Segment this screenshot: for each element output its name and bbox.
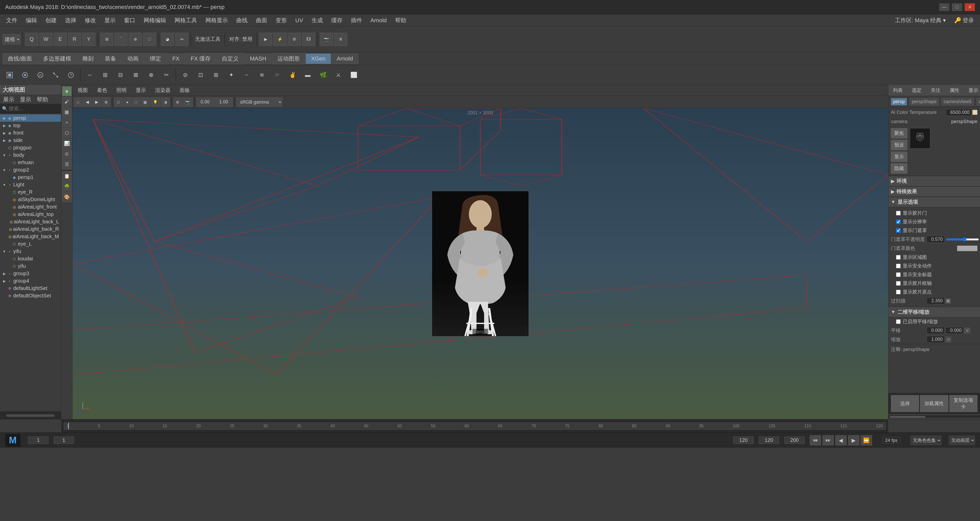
- move-tool[interactable]: W: [39, 33, 52, 46]
- outliner-menu-display[interactable]: 显示: [18, 95, 33, 104]
- tree-item-persp1[interactable]: ◉ persp1: [0, 174, 61, 181]
- delete-edge[interactable]: ✂: [159, 68, 173, 82]
- tree-item-eyeL[interactable]: ⬡ eye_L: [0, 240, 61, 248]
- tab-fx[interactable]: FX: [167, 54, 185, 64]
- frame-start-input[interactable]: [28, 437, 48, 444]
- vp-menu-panels[interactable]: 面板: [177, 86, 192, 94]
- attr-editor-btn[interactable]: 📋: [62, 171, 72, 181]
- attr-tab-attrs[interactable]: 属性: [948, 86, 961, 94]
- tab-curves-surfaces[interactable]: 曲线/曲面: [3, 53, 37, 64]
- soft-select[interactable]: ◕: [161, 33, 174, 46]
- tree-item-koudai[interactable]: ⬡ koudai: [0, 255, 61, 263]
- show-safe-title-cb[interactable]: [896, 272, 900, 277]
- grab-tool[interactable]: ☞: [270, 68, 284, 82]
- color-set-select[interactable]: 无角色色集: [911, 436, 941, 445]
- step-back-btn[interactable]: ⏭: [822, 435, 834, 445]
- move-vertex[interactable]: ↔: [83, 68, 97, 82]
- vp-menu-renderer[interactable]: 渲染器: [153, 86, 173, 94]
- render-settings-btn[interactable]: 🎨: [62, 192, 72, 202]
- last-tool[interactable]: Y: [82, 33, 95, 46]
- snap-surface[interactable]: □: [143, 33, 156, 46]
- tab-mash[interactable]: MASH: [245, 54, 272, 64]
- menu-window[interactable]: 窗口: [121, 16, 139, 25]
- offset-edge-loop[interactable]: ⊞: [209, 68, 223, 82]
- flatten-tool[interactable]: ▬: [301, 68, 315, 82]
- sculpt-tool[interactable]: ✦: [224, 68, 239, 82]
- viewport-canvas[interactable]: 2001 × 3000: [73, 108, 888, 419]
- outliner-menu-expand[interactable]: 展示: [2, 95, 16, 104]
- menu-modify[interactable]: 修改: [81, 16, 100, 25]
- tree-item-top[interactable]: ▶ ◉ top: [0, 122, 61, 129]
- tree-item-arealight-front[interactable]: ◎ aiAreaLight_front: [0, 203, 61, 210]
- smooth-tool[interactable]: ~: [239, 68, 254, 82]
- bevel[interactable]: ⊟: [113, 68, 127, 82]
- snap-curve[interactable]: ⌒: [115, 33, 127, 46]
- vp-shadow[interactable]: ◑: [161, 97, 170, 107]
- pan-x-input[interactable]: [927, 327, 945, 334]
- attr-tab-selected[interactable]: 选定: [910, 86, 924, 94]
- menu-generate[interactable]: 生成: [308, 16, 326, 25]
- tree-item-skydome[interactable]: ◎ aiSkyDomeLight: [0, 196, 61, 203]
- time-slider-inner[interactable]: 1 5 10 15 20 25 30 35 40 45 50 55 60 65 …: [64, 422, 886, 430]
- vp-home[interactable]: ⌂: [74, 97, 82, 107]
- tree-item-arealight-backL[interactable]: ◎ aiAreaLight_back_L: [0, 218, 61, 225]
- menu-curves[interactable]: 曲线: [233, 16, 251, 25]
- vp-smooth[interactable]: ●: [124, 97, 131, 107]
- nav-cameraView6[interactable]: cameraView6: [977, 98, 980, 105]
- node-editor-btn[interactable]: ⚬: [62, 118, 72, 127]
- nav-persp[interactable]: persp: [891, 98, 907, 105]
- knife-tool[interactable]: ⚔: [331, 68, 345, 82]
- outliner-scrollbar-area[interactable]: [0, 411, 61, 419]
- gate-color-swatch[interactable]: [957, 245, 977, 251]
- foliage-tool[interactable]: 🌿: [316, 68, 330, 82]
- frame-end-input[interactable]: [733, 437, 754, 444]
- vp-texture[interactable]: ▦: [141, 97, 150, 107]
- tree-item-light-group[interactable]: ▼ + Light: [0, 181, 61, 188]
- play-back-btn[interactable]: ◀: [835, 435, 846, 445]
- search-input[interactable]: [9, 106, 59, 112]
- paint-select[interactable]: [33, 68, 48, 82]
- vp-next[interactable]: ▶: [92, 97, 101, 107]
- select-tool[interactable]: Q: [25, 33, 38, 46]
- vp-prev[interactable]: ◀: [83, 97, 92, 107]
- bridge[interactable]: ⊠: [129, 68, 143, 82]
- menu-help[interactable]: 帮助: [391, 16, 410, 25]
- tab-rigging[interactable]: 装备: [100, 53, 121, 64]
- show-film-origin-cb[interactable]: [896, 290, 900, 294]
- outliner-search-bar[interactable]: 🔍: [0, 104, 61, 113]
- vp-value2[interactable]: [215, 97, 233, 107]
- tab-motion-graphics[interactable]: 运动图形: [272, 53, 305, 64]
- scale-tool[interactable]: R: [68, 33, 81, 46]
- selection-mode-obj[interactable]: [3, 68, 17, 82]
- focus-button[interactable]: 聚焦: [891, 128, 907, 139]
- sym-select[interactable]: ⇔: [175, 33, 188, 46]
- tab-sculpt[interactable]: 雕刻: [77, 53, 99, 64]
- cloth-mode-btn[interactable]: ▦: [62, 107, 72, 117]
- tab-arnold[interactable]: Arnold: [331, 54, 358, 64]
- go-start-btn[interactable]: ⏮: [810, 435, 821, 445]
- go-end-btn[interactable]: ⏩: [861, 435, 872, 445]
- vp-flat[interactable]: □: [132, 97, 140, 107]
- close-button[interactable]: ✕: [965, 3, 975, 11]
- anim-layer-select[interactable]: 无动画层: [949, 436, 975, 445]
- ai-color-temp-input[interactable]: [946, 109, 971, 116]
- show-resolution-cb[interactable]: [896, 220, 900, 224]
- vp-wireframe[interactable]: ⬡: [114, 97, 123, 107]
- show-safe-action2-cb[interactable]: [896, 264, 900, 268]
- split-polygon[interactable]: ⊘: [178, 68, 192, 82]
- relax-tool[interactable]: ≋: [255, 68, 269, 82]
- show-button[interactable]: 显示: [891, 151, 907, 162]
- paint-mode-btn[interactable]: 🖌: [62, 97, 72, 107]
- fill-hole[interactable]: ⊕: [144, 68, 158, 82]
- extrude[interactable]: ⊞: [98, 68, 112, 82]
- menu-edit[interactable]: 编辑: [22, 16, 41, 25]
- right-scrollbar-track[interactable]: [888, 416, 980, 417]
- vp-colorspace[interactable]: sRGB gamma: [236, 97, 282, 107]
- hide-button[interactable]: 隐藏: [891, 163, 907, 174]
- preset-button[interactable]: 预设: [891, 140, 907, 150]
- history[interactable]: [64, 68, 78, 82]
- menu-uv[interactable]: UV: [292, 16, 307, 25]
- selection-mode-comp[interactable]: [18, 68, 32, 82]
- vp-grid[interactable]: ⊞: [173, 97, 182, 107]
- insert-edge-loop[interactable]: ⊡: [193, 68, 208, 82]
